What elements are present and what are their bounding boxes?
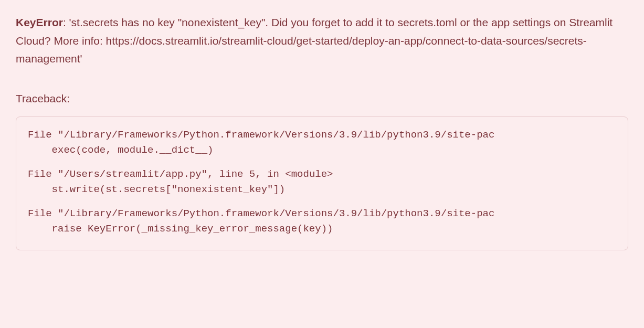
traceback-file-line: File "/Library/Frameworks/Python.framewo…	[28, 206, 616, 221]
traceback-code-line: exec(code, module.__dict__)	[28, 143, 616, 158]
error-message: KeyError: 'st.secrets has no key "nonexi…	[16, 14, 628, 68]
traceback-entry: File "/Users/streamlit/app.py", line 5, …	[28, 167, 616, 198]
traceback-code-line: raise KeyError(_missing_key_error_messag…	[28, 221, 616, 237]
error-type: KeyError	[16, 16, 63, 28]
error-text: : 'st.secrets has no key "nonexistent_ke…	[16, 16, 613, 65]
traceback-code-line: st.write(st.secrets["nonexistent_key"])	[28, 182, 616, 197]
traceback-entry: File "/Library/Frameworks/Python.framewo…	[28, 128, 616, 158]
traceback-file-line: File "/Users/streamlit/app.py", line 5, …	[28, 167, 616, 182]
traceback-box: File "/Library/Frameworks/Python.framewo…	[16, 117, 628, 250]
traceback-label: Traceback:	[16, 92, 628, 105]
traceback-entry: File "/Library/Frameworks/Python.framewo…	[28, 206, 616, 237]
traceback-file-line: File "/Library/Frameworks/Python.framewo…	[28, 128, 616, 143]
